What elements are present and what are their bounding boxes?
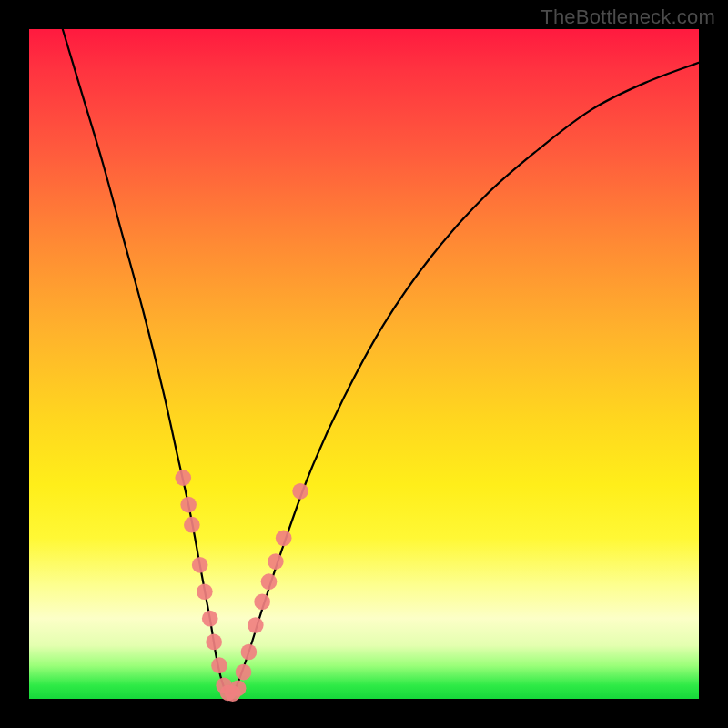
chart-svg (29, 29, 699, 699)
highlight-point (268, 553, 284, 570)
highlight-point (276, 531, 292, 547)
highlight-point (241, 644, 258, 661)
bottleneck-curve (63, 29, 699, 693)
highlight-point (192, 557, 208, 573)
plot-area (29, 29, 699, 699)
highlight-point (197, 583, 213, 600)
highlight-point (211, 657, 228, 673)
marker-group (175, 470, 308, 702)
highlight-point (292, 483, 308, 500)
chart-frame: TheBottleneck.com (0, 0, 728, 728)
highlight-point (202, 611, 218, 627)
highlight-point (206, 634, 222, 651)
highlight-point (254, 593, 270, 610)
watermark-text: TheBottleneck.com (541, 5, 715, 29)
highlight-point (248, 617, 264, 633)
highlight-point (175, 470, 191, 486)
highlight-point (180, 497, 197, 513)
highlight-point (230, 680, 247, 696)
highlight-point (261, 573, 278, 590)
highlight-point (236, 664, 252, 681)
highlight-point (184, 517, 200, 533)
curve-group (63, 29, 699, 693)
